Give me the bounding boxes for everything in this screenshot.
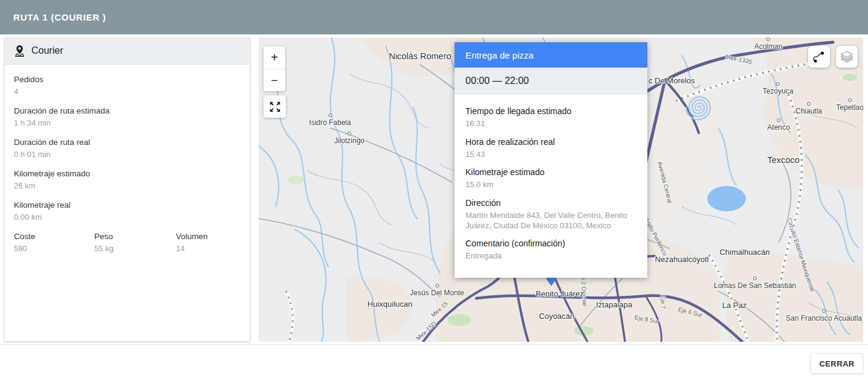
map-place-label: Jilotzingo bbox=[334, 136, 364, 145]
map-place-label: Benito Juárez bbox=[536, 289, 584, 298]
map-place-label: c De Morelos bbox=[649, 76, 695, 85]
stat-coste: Coste 590 bbox=[14, 232, 94, 253]
map-place-label: Texcoco bbox=[767, 155, 799, 165]
field-label: Comentario (confirmación) bbox=[465, 239, 636, 248]
popup-time-window: 00:00 — 22:00 bbox=[455, 68, 647, 94]
stat-label: Coste bbox=[14, 232, 94, 241]
field-label: Dirección bbox=[465, 198, 636, 208]
map-place-label: Coyoacán bbox=[539, 312, 575, 321]
stat-label: Pedidos bbox=[14, 75, 241, 84]
courier-panel-body: Pedidos 4 Duración de ruta estimada 1 h … bbox=[5, 65, 250, 253]
stat-value: 0.00 km bbox=[14, 213, 241, 222]
stat-columns: Coste 590 Peso 55 kg Volumen 14 bbox=[14, 232, 241, 253]
map-canvas[interactable]: Nicolás Romero Isidro Fabela Jilotzingo … bbox=[259, 37, 863, 342]
stat-value: 26 km bbox=[14, 181, 241, 190]
stat-value: 14 bbox=[176, 244, 241, 253]
popup-body: Tiempo de llegada estimado 16:31 Hora de… bbox=[455, 94, 647, 278]
stat-kilometraje-estimado: Kilometraje estimado 26 km bbox=[14, 169, 241, 190]
route-toggle-button[interactable] bbox=[808, 46, 830, 68]
stat-label: Peso bbox=[94, 232, 176, 241]
map-place-label: Chimalhuacán bbox=[719, 248, 769, 257]
time-window-text: 00:00 — 22:00 bbox=[465, 75, 529, 86]
popup-field-eta: Tiempo de llegada estimado 16:31 bbox=[465, 106, 636, 129]
map-place-label: San Francisco Acuautla bbox=[786, 314, 862, 322]
map-place-label: Isidro Fabela bbox=[309, 118, 351, 127]
map-place-label: Iztapalapa bbox=[596, 300, 632, 309]
stat-kilometraje-real: Kilometraje real 0.00 km bbox=[14, 200, 241, 222]
popup-header[interactable]: Entrega de pizza bbox=[455, 42, 647, 68]
popup-field-address: Dirección Martín Mendalde 843, Del Valle… bbox=[465, 198, 636, 231]
map-place-label: Chiautla bbox=[795, 107, 822, 115]
map-place-label: Nezahualcóyotl bbox=[655, 255, 709, 264]
stat-label: Kilometraje estimado bbox=[14, 169, 241, 178]
field-label: Kilometraje estimado bbox=[465, 167, 636, 177]
field-value: Martín Mendalde 843, Del Valle Centro, B… bbox=[465, 211, 636, 231]
popup-field-km: Kilometraje estimado 15.0 km bbox=[465, 167, 636, 190]
map-place-label: Lomas De San Sebastián bbox=[714, 281, 796, 290]
stat-label: Duración de ruta estimada bbox=[14, 106, 241, 115]
screen: RUTA 1 (COURIER ) Courier Pedidos 4 Dura… bbox=[0, 0, 868, 378]
map-place-label: Huixquilucan bbox=[368, 300, 412, 309]
field-value: 15.0 km bbox=[465, 180, 636, 190]
footer-divider bbox=[0, 344, 868, 345]
stat-label: Volumen bbox=[176, 232, 241, 241]
order-popup: Entrega de pizza 00:00 — 22:00 Tiempo de… bbox=[455, 42, 647, 278]
popup-field-real-time: Hora de realización real 15:43 bbox=[465, 137, 636, 160]
stat-peso: Peso 55 kg bbox=[94, 232, 176, 253]
field-label: Hora de realización real bbox=[465, 137, 636, 147]
courier-panel: Courier Pedidos 4 Duración de ruta estim… bbox=[5, 37, 250, 341]
map-place-label: Atenco bbox=[767, 123, 789, 132]
layers-button[interactable] bbox=[836, 46, 858, 68]
map-place-label: Nicolás Romero bbox=[389, 51, 451, 61]
map-place-label: La Paz bbox=[722, 301, 747, 310]
stat-value: 1 h 34 min bbox=[14, 118, 241, 127]
popup-field-comment: Comentario (confirmación) Entregada bbox=[465, 239, 636, 261]
app-header: RUTA 1 (COURIER ) bbox=[0, 0, 868, 34]
stat-pedidos: Pedidos 4 bbox=[14, 75, 241, 96]
fullscreen-icon bbox=[268, 100, 282, 114]
zoom-in-button[interactable]: + bbox=[264, 46, 285, 69]
field-value: Entregada bbox=[465, 251, 636, 261]
stat-volumen: Volumen 14 bbox=[176, 232, 241, 253]
stat-label: Duración de ruta real bbox=[14, 138, 241, 147]
courier-pin-icon bbox=[13, 45, 26, 57]
stat-value: 4 bbox=[14, 87, 241, 96]
map-place-label: Tepetlao bbox=[836, 103, 863, 112]
stat-label: Kilometraje real bbox=[14, 200, 241, 210]
field-value: 15:43 bbox=[465, 150, 636, 160]
courier-panel-header: Courier bbox=[5, 37, 250, 65]
route-icon bbox=[812, 50, 826, 64]
stat-value: 55 kg bbox=[94, 244, 176, 253]
stat-duracion-estimada: Duración de ruta estimada 1 h 34 min bbox=[14, 106, 241, 127]
map-road-label: Eje 7 bbox=[659, 295, 667, 309]
panel-title: Courier bbox=[31, 45, 63, 56]
page-title: RUTA 1 (COURIER ) bbox=[13, 12, 106, 22]
close-button[interactable]: CERRAR bbox=[811, 353, 863, 374]
map-place-label: Tezoyuca bbox=[763, 87, 794, 95]
map-place-label: Jesús Del Monte bbox=[410, 289, 464, 297]
popup-title: Entrega de pizza bbox=[465, 50, 534, 60]
stat-value: 590 bbox=[14, 244, 94, 253]
zoom-control: + − bbox=[264, 46, 285, 91]
field-value: 16:31 bbox=[465, 119, 636, 129]
stat-duracion-real: Duración de ruta real 0 h 01 min bbox=[14, 138, 241, 159]
zoom-out-button[interactable]: − bbox=[264, 69, 285, 91]
fullscreen-button[interactable] bbox=[264, 95, 286, 118]
stat-value: 0 h 01 min bbox=[14, 150, 241, 159]
field-label: Tiempo de llegada estimado bbox=[465, 106, 636, 116]
map-place-label: Acolman bbox=[754, 42, 783, 51]
layers-icon bbox=[839, 49, 855, 65]
